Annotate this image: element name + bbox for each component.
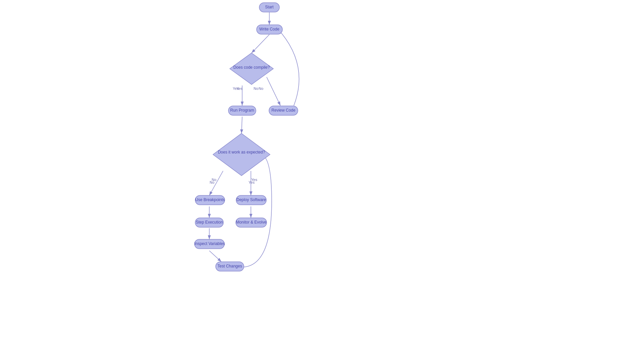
node-start-label: Start — [265, 5, 274, 9]
node-work-label: Does it work as expected? — [218, 150, 265, 155]
node-monitor-evolve-label: Monitor & Evolve — [236, 220, 267, 225]
node-write-code-label: Write Code — [259, 27, 279, 32]
node-step-execution-label: Step Execution — [196, 220, 223, 225]
node-inspect-variables-label: Inspect Variables — [194, 241, 225, 246]
node-review-code-label: Review Code — [271, 108, 296, 113]
arrow-run-work — [241, 117, 242, 133]
node-compile-label: Does code compile? — [233, 65, 270, 70]
arrow-compile-no — [267, 77, 280, 106]
arrow-inspect-test — [209, 251, 221, 262]
compile-no-label: No — [254, 86, 258, 90]
work-yes-label: Yes — [249, 180, 255, 184]
compile-yes-label: Yes — [233, 86, 239, 90]
node-deploy-software-label: Deploy Software — [236, 197, 266, 202]
node-test-changes-label: Test Changes — [217, 264, 242, 268]
arrow-writecode-compile — [252, 35, 269, 53]
node-run-program-label: Run Program — [230, 108, 254, 113]
label-no-compile: No — [259, 86, 263, 90]
work-no-label: No — [210, 180, 214, 184]
node-use-breakpoints-label: Use Breakpoints — [195, 197, 225, 202]
arrow-review-writecode — [278, 29, 299, 106]
